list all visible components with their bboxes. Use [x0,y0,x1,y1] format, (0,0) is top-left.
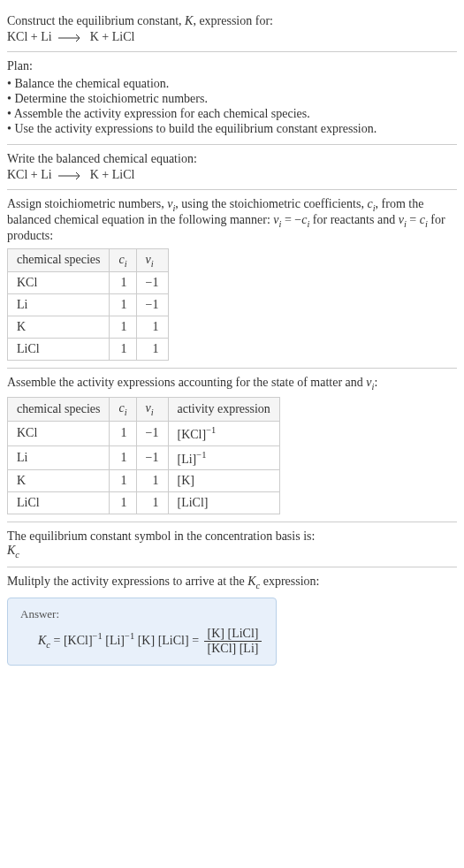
text: expression: [260,575,319,588]
reaction-arrow-icon [58,30,83,44]
cell-nui: 1 [136,339,168,361]
cell-nui: −1 [136,445,168,470]
cell-ci: 1 [110,421,136,445]
text: = [407,213,420,226]
col-nui: νi [136,398,168,422]
cell-activity: [Li]−1 [168,445,279,470]
product-2: LiCl [112,168,135,181]
col-species: chemical species [8,398,110,422]
kc-expression: Kc = [KCl]−1 [Li]−1 [K] [LiCl] = [K] [Li… [38,627,263,656]
text: : [374,376,377,389]
multiply-section: Mulitply the activity expressions to arr… [7,567,457,673]
exp: −1 [125,631,134,641]
stoich-section: Assign stoichiometric numbers, νi, using… [7,190,457,369]
cell-nui: −1 [136,421,168,445]
balanced-equation: KCl + Li K + LiCl [7,168,457,182]
sub-i: i [151,407,154,417]
reactant-2: Li [41,30,51,43]
cell-ci: 1 [110,470,136,492]
text: , using the stoichiometric coefficients, [175,197,367,210]
reactant-1: KCl [7,30,27,43]
plan-item: • Assemble the activity expression for e… [7,107,457,121]
k-symbol: K [7,544,15,557]
denominator: [KCl] [Li] [204,642,262,656]
act-base: [Li] [178,452,197,465]
text: for reactants and [309,213,398,226]
k-symbol: K [38,634,46,647]
cell-ci: 1 [110,294,136,316]
cell-nui: 1 [136,470,168,492]
term: [KCl] [64,634,93,647]
cell-nui: −1 [136,294,168,316]
k-symbol: K [185,14,193,27]
col-activity: activity expression [168,398,279,422]
cell-species: K [8,316,110,339]
col-ci: ci [110,398,136,422]
balanced-title: Write the balanced chemical equation: [7,152,457,166]
reaction-equation: KCl + Li K + LiCl [7,30,457,44]
sub-c: c [15,550,19,560]
col-species: chemical species [8,248,110,272]
answer-label: Answer: [20,607,263,621]
cell-species: Li [8,294,110,316]
stoich-intro: Assign stoichiometric numbers, νi, using… [7,197,457,243]
cell-ci: 1 [110,339,136,361]
plus-2: + [99,168,112,181]
term: [Li] [105,634,125,647]
cell-species: KCl [8,421,110,445]
sub-i: i [125,258,127,268]
cell-ci: 1 [110,445,136,470]
symbol-text: The equilibrium constant symbol in the c… [7,529,457,544]
cell-species: LiCl [8,492,110,514]
equals: = [189,634,202,647]
plus-1: + [27,168,41,181]
table-row: KCl1−1 [8,272,169,294]
table-row: K11 [8,316,169,339]
cell-ci: 1 [110,316,136,339]
equals: = [50,634,64,647]
activity-intro: Assemble the activity expressions accoun… [7,376,457,392]
cell-activity: [LiCl] [168,492,279,514]
activity-section: Assemble the activity expressions accoun… [7,369,457,522]
product-1: K [90,30,99,43]
act-base: [KCl] [178,428,207,441]
term: [LiCl] [158,634,189,647]
table-row: KCl1−1[KCl]−1 [8,421,280,445]
plus-2: + [99,30,112,43]
fraction: [K] [LiCl][KCl] [Li] [204,627,262,656]
plan-item: • Use the activity expressions to build … [7,122,457,136]
table-row: Li1−1[Li]−1 [8,445,280,470]
cell-nui: 1 [136,316,168,339]
table-row: K11[K] [8,470,280,492]
table-row: LiCl11[LiCl] [8,492,280,514]
cell-species: Li [8,445,110,470]
cell-activity: [KCl]−1 [168,421,279,445]
table-header-row: chemical species ci νi [8,248,169,272]
term: [K] [138,634,155,647]
act-exp: −1 [206,425,216,435]
cell-species: K [8,470,110,492]
prompt-text: Construct the equilibrium constant, K, e… [7,14,457,28]
text: Assemble the activity expressions accoun… [7,376,366,389]
sub-i: i [151,258,154,268]
text: Assign stoichiometric numbers, [7,197,167,210]
cell-species: KCl [8,272,110,294]
table-row: Li1−1 [8,294,169,316]
cell-nui: 1 [136,492,168,514]
cell-nui: −1 [136,272,168,294]
plus-1: + [27,30,41,43]
act-exp: −1 [196,450,206,460]
prompt-suffix: , expression for: [193,14,273,27]
text: = − [281,213,301,226]
act-base: [LiCl] [178,496,209,509]
product-2: LiCl [112,30,135,43]
cell-activity: [K] [168,470,279,492]
cell-species: LiCl [8,339,110,361]
cell-ci: 1 [110,492,136,514]
symbol-section: The equilibrium constant symbol in the c… [7,522,457,567]
prompt-section: Construct the equilibrium constant, K, e… [7,7,457,52]
plan-list: • Balance the chemical equation. • Deter… [7,77,457,136]
plan-title: Plan: [7,59,457,73]
answer-box: Answer: Kc = [KCl]−1 [Li]−1 [K] [LiCl] =… [7,598,277,666]
balanced-section: Write the balanced chemical equation: KC… [7,145,457,190]
